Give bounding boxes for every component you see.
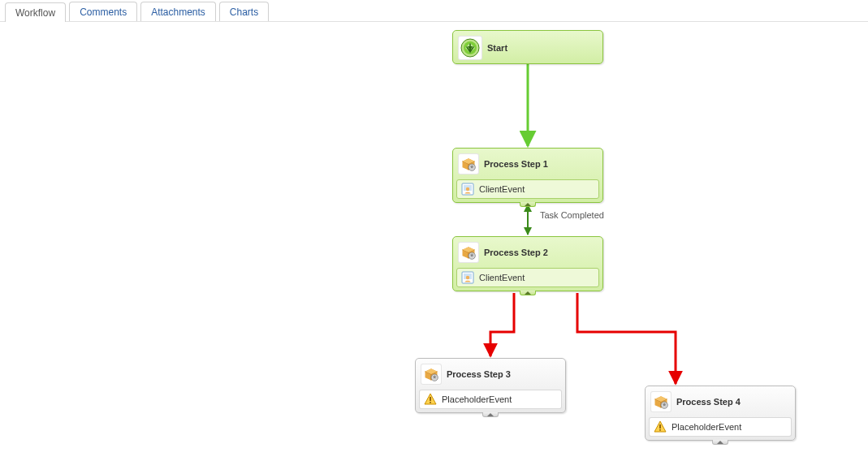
expand-handle[interactable]	[712, 440, 728, 445]
node-step3[interactable]: Process Step 3 PlaceholderEvent	[415, 358, 566, 413]
node-step2-event[interactable]: ClientEvent	[456, 268, 599, 287]
expand-handle[interactable]	[482, 412, 499, 417]
expand-handle[interactable]	[520, 202, 536, 207]
activity-icon	[421, 364, 442, 385]
client-event-icon	[461, 183, 474, 196]
expand-handle[interactable]	[520, 291, 536, 295]
tab-attachments[interactable]: Attachments	[140, 2, 216, 21]
node-step4[interactable]: Process Step 4 PlaceholderEvent	[645, 386, 796, 441]
activity-icon	[650, 391, 672, 412]
node-step3-event-label: PlaceholderEvent	[442, 394, 512, 404]
node-step4-title: Process Step 4	[676, 397, 790, 407]
edge-label-task-completed: Task Completed	[540, 210, 604, 220]
node-step3-title: Process Step 3	[447, 369, 560, 379]
node-step1-event[interactable]: ClientEvent	[456, 179, 599, 199]
activity-icon	[458, 242, 479, 263]
node-start[interactable]: Start	[452, 30, 603, 64]
activity-icon	[458, 153, 479, 174]
svg-point-7	[466, 187, 469, 191]
client-event-icon	[461, 271, 474, 284]
node-step4-event[interactable]: PlaceholderEvent	[649, 417, 792, 437]
tab-comments[interactable]: Comments	[69, 2, 137, 21]
node-step2-title: Process Step 2	[484, 248, 598, 257]
svg-rect-17	[659, 429, 661, 431]
node-step1-title: Process Step 1	[484, 159, 598, 169]
placeholder-event-icon	[424, 393, 437, 406]
node-start-title: Start	[487, 43, 598, 53]
svg-point-11	[466, 276, 469, 279]
node-step3-event[interactable]: PlaceholderEvent	[419, 390, 562, 409]
node-step2[interactable]: Process Step 2 ClientEvent	[452, 236, 603, 291]
svg-rect-13	[430, 397, 431, 401]
placeholder-event-icon	[654, 420, 667, 433]
node-step4-event-label: PlaceholderEvent	[672, 422, 741, 432]
node-step1-event-label: ClientEvent	[479, 184, 525, 194]
svg-rect-16	[659, 424, 661, 429]
tab-bar: Workflow Comments Attachments Charts	[0, 0, 868, 22]
svg-rect-14	[430, 402, 431, 403]
start-icon	[458, 36, 482, 60]
node-step1[interactable]: Process Step 1 ClientEvent	[452, 148, 603, 203]
tab-workflow[interactable]: Workflow	[5, 2, 66, 22]
node-step2-event-label: ClientEvent	[479, 273, 525, 282]
workflow-canvas[interactable]: Start Process Step 1	[0, 22, 868, 461]
tab-charts[interactable]: Charts	[219, 2, 269, 21]
